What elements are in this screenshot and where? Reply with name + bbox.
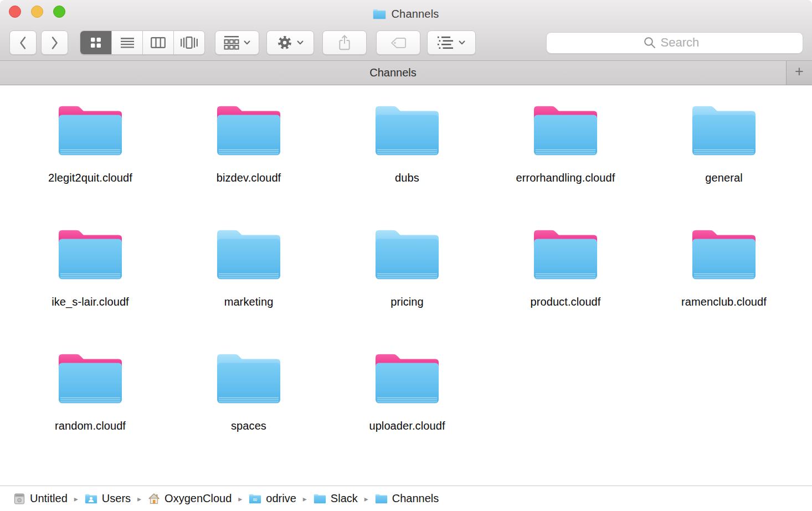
view-column-segment[interactable] [142,31,173,54]
folder-label: 2legit2quit.cloudf [48,172,132,184]
folder-icon [215,228,282,281]
folder-item[interactable]: marketing [169,228,328,352]
folder-icon [56,104,124,157]
folder-icon [56,228,124,281]
dotted-list-icon [438,36,454,49]
folder-item[interactable]: dubs [328,104,486,228]
folder-icon [532,104,599,157]
breadcrumb-channels[interactable]: Channels [375,492,439,505]
folder-item[interactable]: general [645,104,803,228]
breadcrumb-odrive[interactable]: ∞ odrive [249,492,296,505]
view-mode-segmented-control [80,30,205,55]
search-icon [644,37,656,49]
chevron-left-icon [19,36,27,50]
window-header: Channels [0,0,812,61]
share-icon [338,34,351,51]
folder-grid: 2legit2quit.cloudf [0,85,812,476]
breadcrumb-separator: ▸ [301,494,309,503]
folder-item[interactable]: ike_s-lair.cloudf [11,228,169,352]
folder-icon [215,104,282,157]
folder-item[interactable]: uploader.cloudf [328,352,486,476]
item-arrangement-button[interactable] [427,30,476,55]
arrange-icon [224,35,239,50]
close-button[interactable] [9,6,21,18]
folder-item[interactable]: 2legit2quit.cloudf [11,104,169,228]
arrange-button[interactable] [215,30,259,55]
search-field[interactable] [546,32,803,54]
folder-contents[interactable]: 2legit2quit.cloudf [0,85,812,486]
view-icon-segment[interactable] [80,31,111,54]
folder-icon [314,494,326,504]
chevron-down-icon [297,40,304,45]
back-button[interactable] [9,30,37,55]
window-title: Channels [391,8,439,20]
folder-icon [690,104,758,157]
folder-label: product.cloudf [530,296,600,308]
folder-item[interactable]: bizdev.cloudf [169,104,328,228]
folder-item[interactable]: pricing [328,228,486,352]
home-icon [148,493,160,504]
breadcrumb-label: OxygenCloud [165,492,232,505]
breadcrumb-separator: ▸ [73,494,80,503]
chevron-right-icon [50,36,59,50]
folder-item[interactable]: ramenclub.cloudf [645,228,803,352]
folder-label: random.cloudf [55,420,126,432]
folder-label: ramenclub.cloudf [681,296,767,308]
folder-label: bizdev.cloudf [217,172,281,184]
disk-icon [13,493,25,505]
breadcrumb-separator: ▸ [363,494,370,503]
breadcrumb-label: Slack [331,492,358,505]
action-button[interactable] [266,30,314,55]
zoom-button[interactable] [53,6,65,18]
breadcrumb-label: Users [102,492,131,505]
path-bar: Untitled ▸ Users ▸ OxygenCloud ▸ [0,486,812,511]
users-folder-icon [85,494,97,504]
breadcrumb-separator: ▸ [136,494,143,503]
breadcrumb-oxygencloud[interactable]: OxygenCloud [148,492,232,505]
breadcrumb-untitled[interactable]: Untitled [13,492,68,505]
folder-icon [532,228,599,281]
folder-label: marketing [224,296,274,308]
folder-label: general [705,172,742,184]
titlebar[interactable]: Channels [0,0,812,24]
odrive-folder-icon: ∞ [249,494,261,504]
list-view-icon [121,38,134,48]
folder-item[interactable]: errorhandling.cloudf [486,104,645,228]
folder-label: pricing [390,296,424,308]
svg-text:∞: ∞ [253,495,258,503]
tab-channels[interactable]: Channels [0,61,786,85]
folder-item[interactable]: random.cloudf [11,352,169,476]
gear-icon [277,35,292,50]
folder-item[interactable]: product.cloudf [486,228,645,352]
breadcrumb-separator: ▸ [237,494,244,503]
breadcrumb-users[interactable]: Users [85,492,131,505]
folder-label: ike_s-lair.cloudf [52,296,129,308]
breadcrumb-label: odrive [266,492,296,505]
folder-label: dubs [395,172,419,184]
view-list-segment[interactable] [111,31,142,54]
coverflow-view-icon [181,37,198,49]
column-view-icon [151,37,166,48]
chevron-down-icon [244,40,250,45]
folder-icon [373,352,441,405]
grid-view-icon [90,37,101,48]
folder-label: uploader.cloudf [369,420,445,432]
window-title-group: Channels [373,8,439,20]
new-tab-button[interactable]: + [786,61,812,85]
folder-icon [690,228,758,281]
folder-label: errorhandling.cloudf [516,172,615,184]
folder-icon [373,104,441,157]
folder-item[interactable]: spaces [169,352,328,476]
tags-button[interactable] [376,30,420,55]
toolbar [0,24,812,61]
forward-button[interactable] [41,30,68,55]
view-coverflow-segment[interactable] [173,31,204,54]
folder-icon [215,352,282,405]
share-button[interactable] [322,30,367,55]
folder-label: spaces [231,420,266,432]
chevron-down-icon [459,40,465,45]
minimize-button[interactable] [31,6,43,18]
search-input[interactable] [661,35,706,50]
folder-icon [56,352,124,405]
breadcrumb-slack[interactable]: Slack [314,492,358,505]
